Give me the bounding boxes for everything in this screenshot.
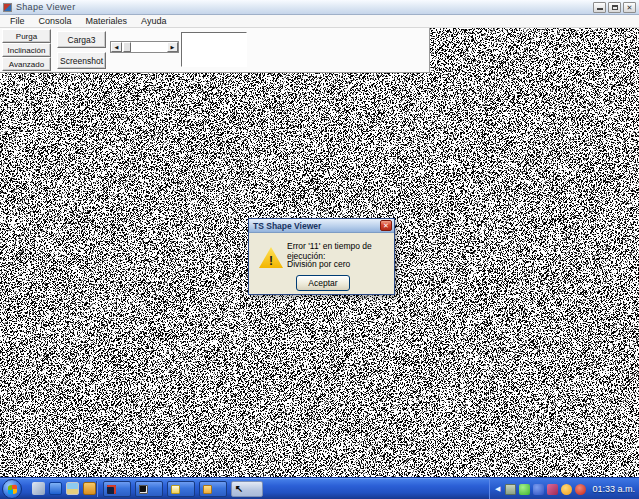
taskbar: ↖ ◀ 01:33 a.m. bbox=[0, 477, 639, 499]
close-icon: ✕ bbox=[627, 4, 633, 11]
quick-launch-bar bbox=[32, 482, 96, 495]
dialog-close-icon: ✕ bbox=[383, 222, 389, 229]
task-app-3-icon bbox=[171, 485, 180, 494]
tray-icon-5[interactable] bbox=[561, 484, 572, 495]
taskbar-separator bbox=[96, 481, 97, 497]
toolbar-panel: Purga Inclinación Avanzado Carga3 Screen… bbox=[0, 28, 430, 73]
dialog-close-button[interactable]: ✕ bbox=[380, 220, 392, 231]
scroll-right-arrow-icon[interactable]: ▶ bbox=[167, 42, 178, 52]
task-app-4-icon bbox=[203, 485, 212, 494]
system-tray: ◀ 01:33 a.m. bbox=[489, 478, 639, 499]
menu-ayuda[interactable]: Ayuda bbox=[134, 16, 173, 26]
horizontal-scrollbar[interactable]: ◀ ▶ bbox=[110, 41, 179, 53]
restore-button[interactable] bbox=[608, 2, 621, 13]
task-button-shape-viewer-active[interactable]: ↖ bbox=[231, 481, 263, 497]
tray-icon-2[interactable] bbox=[519, 484, 530, 495]
window-titlebar[interactable]: Shape Viewer ✕ bbox=[0, 0, 639, 15]
tray-icon-1[interactable] bbox=[505, 484, 516, 495]
menu-consola[interactable]: Consola bbox=[32, 16, 79, 26]
task-app-1-icon bbox=[107, 485, 116, 494]
error-dialog: TS Shape Viewer ✕ ! Error '11' en tiempo… bbox=[248, 218, 395, 295]
minimize-icon bbox=[597, 5, 603, 10]
cursor-arrow-icon: ↖ bbox=[235, 484, 243, 494]
screenshot-button[interactable]: Screenshot bbox=[57, 52, 106, 69]
tray-icon-6[interactable] bbox=[575, 484, 586, 495]
aceptar-button[interactable]: Aceptar bbox=[296, 275, 350, 291]
scroll-left-arrow-icon[interactable]: ◀ bbox=[111, 42, 122, 52]
scrollbar-thumb[interactable] bbox=[123, 42, 131, 52]
dialog-titlebar[interactable]: TS Shape Viewer ✕ bbox=[249, 219, 394, 233]
windows-logo-icon bbox=[8, 484, 17, 494]
restore-icon bbox=[612, 5, 618, 10]
quicklaunch-show-desktop-icon[interactable] bbox=[32, 482, 45, 495]
tray-icon-4[interactable] bbox=[547, 484, 558, 495]
menubar: File Consola Materiales Ayuda bbox=[0, 15, 639, 28]
task-button-4[interactable] bbox=[199, 481, 227, 497]
avanzado-button[interactable]: Avanzado bbox=[2, 57, 51, 71]
app-icon bbox=[3, 3, 12, 12]
warning-triangle-icon: ! bbox=[259, 247, 283, 268]
window-title: Shape Viewer bbox=[16, 2, 75, 12]
dialog-body: ! Error '11' en tiempo de ejecución: Div… bbox=[249, 233, 394, 295]
dialog-title: TS Shape Viewer bbox=[253, 221, 321, 231]
minimize-button[interactable] bbox=[593, 2, 606, 13]
desktop-screen: Shape Viewer ✕ File Consola Materiales A… bbox=[0, 0, 639, 499]
tray-chevron-icon[interactable]: ◀ bbox=[495, 485, 500, 493]
purga-button[interactable]: Purga bbox=[2, 29, 51, 43]
carga3-button[interactable]: Carga3 bbox=[57, 31, 106, 48]
start-button[interactable] bbox=[2, 479, 22, 499]
close-button[interactable]: ✕ bbox=[623, 2, 636, 13]
window-controls: ✕ bbox=[593, 2, 636, 13]
task-button-3[interactable] bbox=[167, 481, 195, 497]
task-button-2[interactable] bbox=[135, 481, 163, 497]
tray-icon-3[interactable] bbox=[533, 484, 544, 495]
quicklaunch-media-player-icon[interactable] bbox=[49, 482, 62, 495]
preview-picture-box bbox=[181, 32, 247, 67]
menu-materiales[interactable]: Materiales bbox=[79, 16, 135, 26]
task-button-1[interactable] bbox=[103, 481, 131, 497]
taskbar-clock: 01:33 a.m. bbox=[592, 484, 635, 494]
error-message-line2: División por cero bbox=[287, 259, 350, 269]
error-message-line1: Error '11' en tiempo de ejecución: bbox=[287, 241, 394, 261]
warning-exclamation: ! bbox=[269, 255, 273, 268]
task-app-2-icon bbox=[139, 485, 148, 494]
quicklaunch-folder-icon[interactable] bbox=[83, 482, 96, 495]
quicklaunch-pictures-icon[interactable] bbox=[66, 482, 79, 495]
inclinacion-button[interactable]: Inclinación bbox=[2, 43, 51, 57]
menu-file[interactable]: File bbox=[3, 16, 32, 26]
scrollbar-track[interactable] bbox=[122, 42, 167, 52]
